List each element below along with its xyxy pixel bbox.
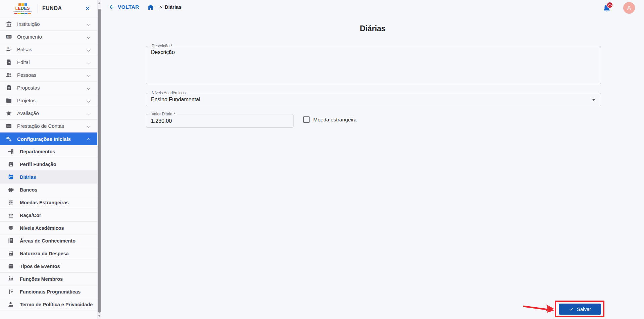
sidebar-item-orcamento[interactable]: $ Orçamento bbox=[0, 31, 97, 43]
scrollbar-up-arrow[interactable] bbox=[98, 2, 100, 4]
check-icon bbox=[569, 307, 574, 312]
main-content: VOLTAR > Diárias 25 A Diárias Descrição … bbox=[101, 0, 644, 319]
chevron-down-icon bbox=[87, 48, 90, 51]
chevron-down-icon bbox=[87, 111, 90, 115]
moeda-estrangeira-row[interactable]: Moeda estrangeira bbox=[303, 116, 357, 123]
scrollbar-down-arrow[interactable] bbox=[98, 315, 100, 317]
members-arrows-icon bbox=[7, 275, 14, 283]
back-button[interactable]: VOLTAR bbox=[109, 4, 139, 10]
chevron-down-icon bbox=[87, 22, 90, 26]
person-privacy-icon bbox=[7, 301, 14, 308]
sidebar-item-avaliacao[interactable]: Avaliação bbox=[0, 107, 97, 120]
header-divider bbox=[38, 4, 38, 13]
save-button[interactable]: Salvar bbox=[559, 304, 601, 315]
bank-icon bbox=[5, 20, 12, 28]
chevron-down-icon bbox=[87, 86, 90, 90]
logo-subtitle: Engenharia de Software bbox=[13, 10, 32, 12]
descricao-field: Descrição * bbox=[146, 46, 601, 84]
money-card-icon: $ bbox=[5, 33, 12, 41]
page-title: Diárias bbox=[101, 24, 644, 33]
folder-icon bbox=[5, 97, 12, 104]
svg-text:$: $ bbox=[7, 35, 9, 38]
sidebar-subitem-termo-de-politica-e-privacidade[interactable]: Termo de Política e Privacidade bbox=[0, 298, 97, 311]
chevron-down-icon bbox=[87, 124, 90, 128]
document-icon bbox=[5, 59, 12, 66]
sidebar-subitem-diarias[interactable]: Diárias bbox=[0, 171, 97, 183]
sidebar-nav: Instituição $ Orçamento $ Bolsas Edital … bbox=[0, 18, 97, 311]
chevron-down-icon bbox=[87, 99, 90, 102]
sidebar-subitem-tipos-de-eventos[interactable]: Tipos de Eventos bbox=[0, 260, 97, 273]
annotation-arrow bbox=[521, 303, 555, 315]
sidebar-subitem-departamentos[interactable]: Departamentos bbox=[0, 145, 97, 158]
moeda-estrangeira-checkbox[interactable] bbox=[303, 116, 310, 123]
niveis-academicos-select[interactable]: Níveis Acadêmicos Ensino Fundamental bbox=[146, 93, 601, 106]
sidebar-item-edital[interactable]: Edital bbox=[0, 56, 97, 69]
sidebar-item-pessoas[interactable]: Pessoas bbox=[0, 69, 97, 82]
sidebar-subitem-bancos[interactable]: Bancos bbox=[0, 183, 97, 196]
sidebar-item-configuracoes-iniciais[interactable]: Configurações Iniciais bbox=[0, 132, 97, 145]
sidebar-subitem-areas-de-conhecimento[interactable]: Áreas de Conhecimento bbox=[0, 234, 97, 247]
building-arrow-icon bbox=[7, 148, 14, 155]
sidebar-subitem-niveis-academicos[interactable]: Níveis Acadêmicos bbox=[0, 222, 97, 234]
chevron-down-icon bbox=[87, 73, 90, 77]
arrow-left-icon bbox=[109, 4, 115, 10]
scrollbar-thumb[interactable] bbox=[98, 9, 101, 313]
moeda-estrangeira-label: Moeda estrangeira bbox=[313, 117, 357, 123]
logo-tiles bbox=[18, 3, 27, 6]
home-button[interactable] bbox=[147, 3, 155, 11]
sidebar-subitem-raca-cor[interactable]: Raça/Cor bbox=[0, 209, 97, 222]
sidebar-subitem-perfil-fundacao[interactable]: Perfil Fundação bbox=[0, 158, 97, 171]
sort-list-icon bbox=[7, 288, 14, 296]
calendar-alt-icon bbox=[7, 263, 14, 270]
svg-text:$: $ bbox=[7, 46, 9, 50]
sidebar-subitem-funcoes-membros[interactable]: Funções Membros bbox=[0, 273, 97, 285]
valor-diaria-label: Valor Diária * bbox=[150, 112, 177, 116]
sidebar: LEDES Engenharia de Software FUNDA Insti… bbox=[0, 0, 97, 319]
sidebar-item-instituicao[interactable]: Instituição bbox=[0, 18, 97, 31]
clipboard-icon bbox=[5, 84, 12, 92]
save-button-label: Salvar bbox=[577, 306, 591, 312]
logo-word: LEDES bbox=[15, 6, 30, 10]
gears-icon bbox=[5, 135, 12, 143]
notification-badge: 25 bbox=[606, 2, 613, 8]
descricao-input[interactable] bbox=[146, 46, 601, 84]
niveis-academicos-value: Ensino Fundamental bbox=[151, 93, 200, 106]
valor-diaria-field: Valor Diária * bbox=[146, 114, 293, 128]
currency-exchange-icon bbox=[7, 199, 14, 206]
chevron-down-icon bbox=[87, 60, 90, 64]
chevron-up-icon bbox=[87, 138, 90, 142]
chevron-down-icon bbox=[87, 35, 90, 39]
sidebar-item-propostas[interactable]: Propostas bbox=[0, 82, 97, 94]
sidebar-item-prestacao-de-contas[interactable]: Prestação de Contas bbox=[0, 120, 97, 132]
ledes-logo: LEDES Engenharia de Software bbox=[9, 1, 36, 16]
badge-icon bbox=[7, 161, 14, 168]
close-icon bbox=[84, 8, 91, 13]
sidebar-header: LEDES Engenharia de Software FUNDA bbox=[0, 0, 97, 17]
user-avatar[interactable]: A bbox=[623, 2, 635, 14]
star-icon bbox=[5, 110, 12, 117]
people-icon bbox=[5, 71, 12, 79]
close-sidebar-button[interactable] bbox=[84, 5, 91, 12]
sidebar-subitem-moedas-estrangeiras[interactable]: Moedas Estrangeiras bbox=[0, 196, 97, 209]
back-button-label: VOLTAR bbox=[118, 4, 139, 10]
sidebar-subitem-funcionais-programaticas[interactable]: Funcionais Programáticas bbox=[0, 285, 97, 298]
notifications-button[interactable]: 25 bbox=[602, 2, 612, 13]
sidebar-item-bolsas[interactable]: $ Bolsas bbox=[0, 43, 97, 56]
descricao-label: Descrição * bbox=[150, 44, 174, 48]
book-icon bbox=[7, 237, 14, 245]
piggy-bank-icon bbox=[7, 186, 14, 194]
list-icon bbox=[5, 122, 12, 130]
graduation-cap-icon bbox=[7, 224, 14, 232]
breadcrumb-current: Diárias bbox=[165, 4, 181, 10]
sidebar-item-projetos[interactable]: Projetos bbox=[0, 94, 97, 107]
breadcrumb-separator: > bbox=[160, 5, 162, 10]
hand-dollar-icon: $ bbox=[5, 46, 12, 53]
cash-icon bbox=[7, 250, 14, 257]
dropdown-caret-icon bbox=[592, 99, 595, 101]
sidebar-subitem-natureza-da-despesa[interactable]: Natureza da Despesa bbox=[0, 247, 97, 260]
home-icon bbox=[147, 4, 155, 11]
logo-strip bbox=[14, 13, 31, 14]
sidebar-scrollbar[interactable] bbox=[97, 0, 101, 319]
family-icon bbox=[7, 212, 14, 219]
calendar-icon bbox=[7, 173, 14, 181]
